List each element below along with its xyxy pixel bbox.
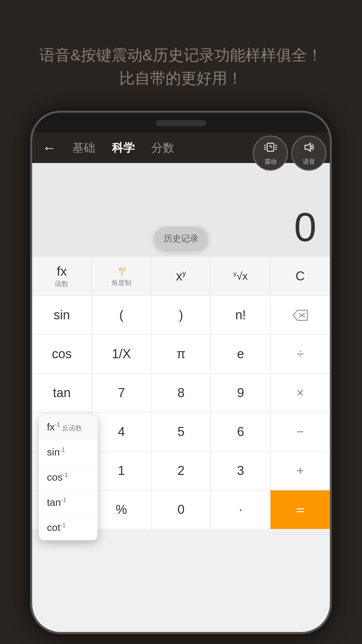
key-close-paren[interactable]: ) <box>152 296 211 334</box>
key-2[interactable]: 2 <box>152 451 211 490</box>
key-add[interactable]: + <box>270 451 330 490</box>
phone-frame: ← 基础 科学 分数 <box>30 111 332 634</box>
sound-icon <box>302 141 316 157</box>
promo-text: 语音&按键震动&历史记录功能样样俱全！ 比自带的更好用！ <box>0 44 362 90</box>
key-pi[interactable]: π <box>152 335 211 373</box>
key-e[interactable]: e <box>211 335 270 373</box>
key-tan[interactable]: tan <box>32 374 92 412</box>
vibrate-icon <box>264 141 277 157</box>
key-angle[interactable]: °∕ 角度制 <box>92 257 152 296</box>
key-clear[interactable]: C <box>270 257 330 296</box>
key-percent[interactable]: % <box>92 490 152 529</box>
key-equals[interactable]: ＝ <box>270 490 330 529</box>
popup-item-cos-inv[interactable]: cos-1 <box>39 465 98 490</box>
svg-marker-9 <box>305 143 310 151</box>
key-power[interactable]: xy <box>152 257 211 296</box>
nav-tabs: 基础 科学 分数 <box>72 140 174 156</box>
nav-bar: ← 基础 科学 分数 <box>32 133 330 163</box>
key-row-1: fx 函数 °∕ 角度制 xy y√x C <box>32 257 330 296</box>
svg-line-8 <box>270 145 272 148</box>
popup-item-sin-inv[interactable]: sin-1 <box>39 440 98 465</box>
key-cos[interactable]: cos <box>32 335 92 373</box>
key-4[interactable]: 4 <box>92 413 152 451</box>
back-button[interactable]: ← <box>42 140 62 156</box>
key-root[interactable]: y√x <box>211 257 270 296</box>
phone-screen: ← 基础 科学 分数 <box>32 133 330 632</box>
key-6[interactable]: 6 <box>211 413 270 451</box>
key-5[interactable]: 5 <box>152 413 211 451</box>
display-value: 0 <box>294 204 316 250</box>
popup-item-fx-inv[interactable]: fx-1 反函数 <box>39 415 98 440</box>
popup-item-tan-inv[interactable]: tan-1 <box>39 490 98 515</box>
popup-menu: fx-1 反函数 sin-1 cos-1 tan-1 cot-1 <box>39 415 98 540</box>
backspace-icon <box>292 309 309 322</box>
key-row-3: cos 1/X π e ÷ <box>32 335 330 374</box>
key-row-2: sin ( ) n! <box>32 296 330 335</box>
key-open-paren[interactable]: ( <box>92 296 152 334</box>
key-factorial[interactable]: n! <box>211 296 270 334</box>
tab-science[interactable]: 科学 <box>112 140 135 156</box>
key-0[interactable]: 0 <box>152 490 211 529</box>
key-decimal[interactable]: · <box>211 490 270 529</box>
key-fx[interactable]: fx 函数 <box>32 257 92 296</box>
sound-label: 语音 <box>303 158 315 166</box>
tab-basic[interactable]: 基础 <box>72 140 95 156</box>
key-1[interactable]: 1 <box>92 451 152 490</box>
key-row-4: tan 7 8 9 × <box>32 374 330 413</box>
key-subtract[interactable]: − <box>270 413 330 451</box>
vibrate-button[interactable]: 震动 <box>253 136 288 171</box>
history-button[interactable]: 历史记录 <box>154 227 208 250</box>
action-buttons: 震动 语音 <box>253 136 326 171</box>
vibrate-label: 震动 <box>264 158 277 166</box>
popup-item-cot-inv[interactable]: cot-1 <box>39 515 98 540</box>
key-3[interactable]: 3 <box>211 451 270 490</box>
sound-button[interactable]: 语音 <box>291 136 326 171</box>
svg-rect-0 <box>267 143 274 151</box>
key-9[interactable]: 9 <box>211 374 270 412</box>
key-multiply[interactable]: × <box>270 374 330 412</box>
display-area: 历史记录 0 <box>32 163 330 257</box>
key-sin[interactable]: sin <box>32 296 92 334</box>
key-8[interactable]: 8 <box>152 374 211 412</box>
key-divide[interactable]: ÷ <box>270 335 330 373</box>
promo-line2: 比自带的更好用！ <box>20 67 342 90</box>
tab-fraction[interactable]: 分数 <box>152 140 174 156</box>
key-reciprocal[interactable]: 1/X <box>92 335 152 373</box>
key-backspace[interactable] <box>270 296 330 334</box>
key-7[interactable]: 7 <box>92 374 152 412</box>
promo-line1: 语音&按键震动&历史记录功能样样俱全！ <box>20 44 342 67</box>
speaker <box>156 120 206 126</box>
